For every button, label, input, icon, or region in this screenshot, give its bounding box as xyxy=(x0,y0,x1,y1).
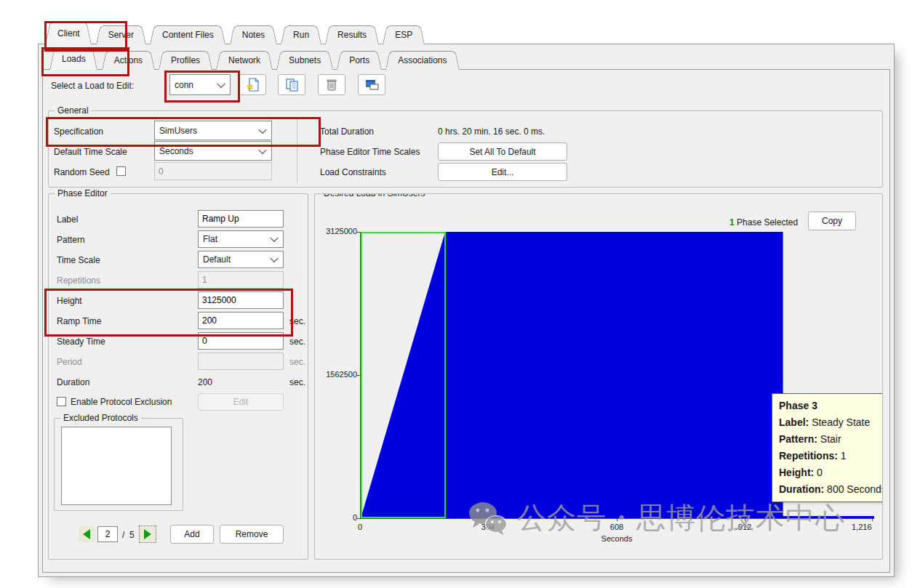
tooltip-row: Repetitions: 1 xyxy=(779,448,883,464)
steady-time-label: Steady Time xyxy=(57,337,105,347)
time-scale-select[interactable]: Default xyxy=(198,251,284,268)
delete-load-button[interactable] xyxy=(318,74,345,95)
excluded-protocols-title: Excluded Protocols xyxy=(60,413,141,423)
height-label: Height xyxy=(57,296,82,306)
left-arrow-icon xyxy=(83,529,90,539)
height-input[interactable] xyxy=(198,291,284,309)
tab-network[interactable]: Network xyxy=(216,51,273,70)
phase-selected-status: 1 Phase Selected xyxy=(729,217,798,227)
specification-select[interactable]: SimUsers xyxy=(154,121,272,140)
next-phase-button[interactable] xyxy=(140,526,156,542)
tooltip-row: Height: 0 xyxy=(779,464,883,481)
tab-ports[interactable]: Ports xyxy=(337,51,382,70)
ramp-time-unit: sec. xyxy=(289,316,305,326)
phase-tooltip: Phase 3 Label: Steady State Pattern: Sta… xyxy=(772,393,883,502)
pattern-label: Pattern xyxy=(57,235,85,245)
tab-loads[interactable]: Loads xyxy=(49,47,98,70)
new-load-button[interactable] xyxy=(239,74,266,95)
duration-unit: sec. xyxy=(289,377,305,387)
y-tick-label: 1562500 xyxy=(316,370,357,379)
repetitions-input[interactable] xyxy=(198,271,284,289)
tab-results[interactable]: Results xyxy=(325,25,379,44)
general-group-title: General xyxy=(55,105,92,116)
tab-content-files[interactable]: Content Files xyxy=(150,25,226,44)
tab-run[interactable]: Run xyxy=(281,25,321,44)
x-tick-label: 304 xyxy=(481,523,495,531)
main-tab-bar: Client Server Content Files Notes Run Re… xyxy=(45,22,425,44)
chevron-down-icon xyxy=(217,79,225,87)
total-duration-label: Total Duration xyxy=(320,126,374,137)
x-tick-label: 1,216 xyxy=(852,523,872,531)
period-unit: sec. xyxy=(289,357,305,367)
phase-label-label: Label xyxy=(57,214,78,225)
load-constraints-edit-button[interactable]: Edit... xyxy=(438,163,567,181)
x-tick-label: 912 xyxy=(738,523,751,531)
copy-load-icon xyxy=(285,78,299,92)
period-input[interactable] xyxy=(198,353,284,370)
tab-subnets[interactable]: Subnets xyxy=(276,51,333,70)
phase-count-separator: / xyxy=(122,530,124,540)
load-select[interactable]: conn xyxy=(169,74,231,95)
chevron-down-icon xyxy=(270,234,278,242)
previous-phase-button[interactable] xyxy=(79,526,95,542)
tab-associations[interactable]: Associations xyxy=(385,51,459,70)
tooltip-row: Label: Steady State xyxy=(779,414,883,431)
chevron-down-icon xyxy=(258,125,266,133)
tooltip-title: Phase 3 xyxy=(779,398,883,414)
tab-client[interactable]: Client xyxy=(45,22,92,44)
delete-load-icon xyxy=(325,78,338,92)
ramp-time-label: Ramp Time xyxy=(57,316,101,326)
tooltip-row: Pattern: Stair xyxy=(779,431,883,448)
pattern-select[interactable]: Flat xyxy=(198,230,284,248)
random-seed-label: Random Seed xyxy=(54,167,110,177)
random-seed-input[interactable] xyxy=(154,162,272,180)
protocol-exclusion-edit-button[interactable]: Edit xyxy=(198,393,284,411)
excluded-protocols-listbox[interactable] xyxy=(61,427,172,505)
default-time-scale-label: Default Time Scale xyxy=(54,147,127,157)
x-tick-label: 0 xyxy=(358,523,362,531)
default-time-scale-select[interactable]: Seconds xyxy=(154,141,272,161)
right-arrow-icon xyxy=(144,529,151,539)
enable-protocol-exclusion-label: Enable Protocol Exclusion xyxy=(71,397,172,407)
tab-profiles[interactable]: Profiles xyxy=(159,51,212,70)
tab-notes[interactable]: Notes xyxy=(230,25,277,44)
general-divider xyxy=(297,118,297,183)
y-tick-label: 3125000 xyxy=(316,227,357,235)
new-load-icon xyxy=(246,78,260,92)
x-tick-label: 608 xyxy=(610,523,623,531)
total-duration-value: 0 hrs. 20 min. 16 sec. 0 ms. xyxy=(438,126,545,137)
duration-label: Duration xyxy=(57,377,89,387)
copy-phases-button[interactable]: Copy xyxy=(808,212,856,230)
phase-count-total: 5 xyxy=(129,530,135,540)
phase-editor-group-title: Phase Editor xyxy=(55,188,111,198)
tooltip-row: Duration: 800 Seconds xyxy=(779,481,883,498)
y-tick-label: 0 xyxy=(316,513,357,522)
ramp-time-input[interactable] xyxy=(198,312,284,329)
tab-esp[interactable]: ESP xyxy=(383,25,425,44)
rename-load-icon xyxy=(365,78,379,91)
add-phase-button[interactable]: Add xyxy=(170,525,214,544)
remove-phase-button[interactable]: Remove xyxy=(220,525,284,544)
phase-label-input[interactable] xyxy=(198,210,284,227)
enable-protocol-exclusion-checkbox[interactable] xyxy=(57,397,66,406)
tab-actions[interactable]: Actions xyxy=(102,51,155,70)
chevron-down-icon xyxy=(258,145,266,153)
desired-load-group-title: Desired Load in SimUsers xyxy=(321,193,428,198)
set-all-to-default-button[interactable]: Set All To Default xyxy=(438,142,567,161)
phase-selected-count: 1 xyxy=(729,217,735,227)
repetitions-label: Repetitions xyxy=(57,275,100,286)
rename-load-button[interactable] xyxy=(358,74,385,95)
tab-server[interactable]: Server xyxy=(96,25,146,44)
time-scale-label: Time Scale xyxy=(57,255,100,265)
desired-load-group: Desired Load in SimUsers 1 Phase Selecte… xyxy=(314,193,883,560)
steady-time-input[interactable] xyxy=(198,332,284,350)
phase-number-input[interactable] xyxy=(97,526,118,542)
avalanche-loads-screen: Client Server Content Files Notes Run Re… xyxy=(0,0,920,588)
period-label: Period xyxy=(57,357,82,367)
random-seed-checkbox[interactable] xyxy=(116,166,126,176)
copy-load-button[interactable] xyxy=(278,74,305,95)
select-load-label: Select a Load to Edit: xyxy=(51,81,134,91)
steady-time-unit: sec. xyxy=(289,337,305,347)
x-axis-title: Seconds xyxy=(601,534,633,543)
duration-value: 200 xyxy=(198,377,212,387)
